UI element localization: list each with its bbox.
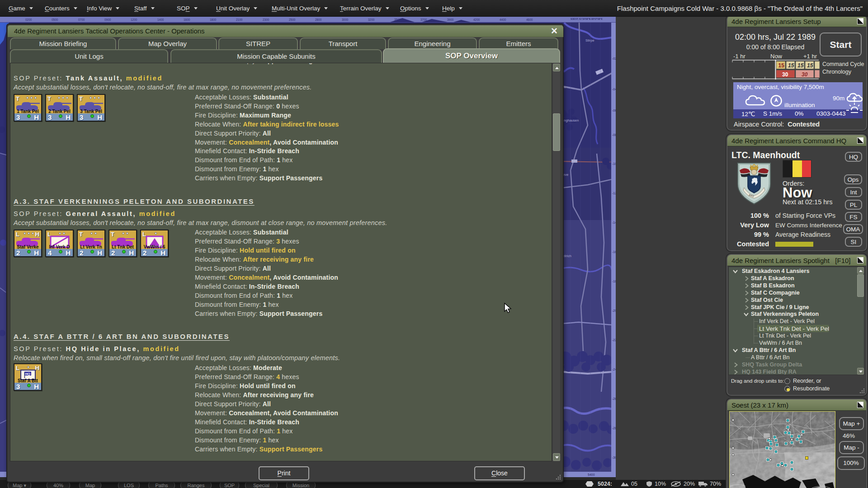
svg-text:15: 15 <box>778 62 785 69</box>
svg-text:-24: -24 <box>612 368 616 371</box>
svg-text:30: 30 <box>782 71 788 78</box>
svg-text:-12: -12 <box>612 192 616 195</box>
svg-text:-22: -22 <box>612 338 616 342</box>
svg-text:-20: -20 <box>612 309 616 312</box>
svg-text:-26: -26 <box>612 397 616 400</box>
svg-text:HQ: HQ <box>25 372 30 376</box>
svg-text:15: 15 <box>788 62 794 69</box>
svg-text:-30: -30 <box>612 456 616 459</box>
svg-text:30: 30 <box>802 71 808 78</box>
svg-text:-14: -14 <box>612 221 616 224</box>
svg-text:5400: 5400 <box>588 473 595 476</box>
svg-text:Stirpe: Stirpe <box>585 38 594 42</box>
svg-text:-02: -02 <box>612 57 616 60</box>
svg-text:-06: -06 <box>612 109 616 112</box>
svg-text:-08: -08 <box>612 133 616 136</box>
svg-text:-16: -16 <box>612 250 616 253</box>
svg-text:-04: -04 <box>612 88 616 91</box>
svg-text:-10: -10 <box>612 162 616 165</box>
svg-text:-18: -18 <box>612 280 616 283</box>
svg-text:15: 15 <box>807 62 813 69</box>
svg-text:-28: -28 <box>612 427 616 430</box>
svg-text:15: 15 <box>797 62 804 69</box>
